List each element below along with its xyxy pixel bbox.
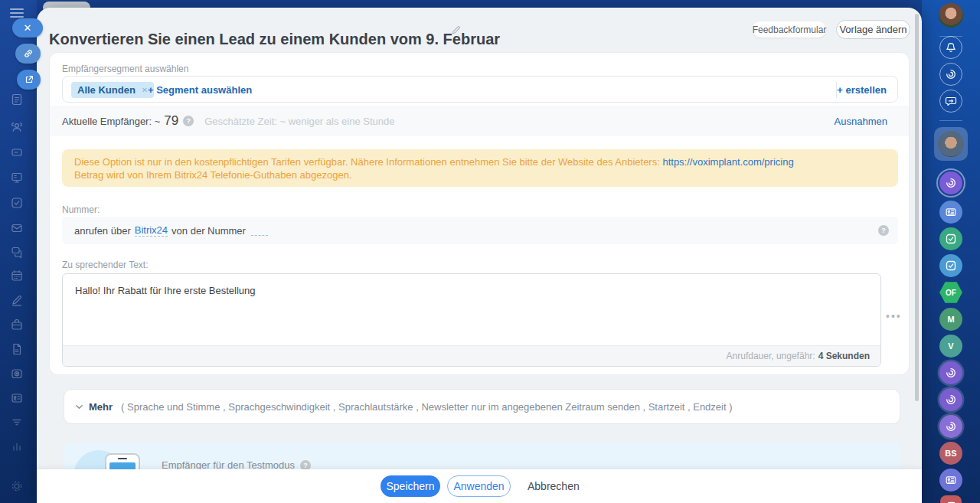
voximplant-chat-selected[interactable]	[939, 171, 962, 194]
badge-bs[interactable]: BS	[939, 442, 962, 465]
contact-card-icon	[945, 474, 957, 486]
call-number-row: anrufen über Bitrix24 von der Nummer ?	[62, 217, 898, 244]
help-icon[interactable]: ?	[878, 225, 889, 236]
tasks-chat-blue[interactable]	[939, 254, 962, 277]
help-icon[interactable]: ?	[183, 116, 194, 126]
voximplant-chat[interactable]	[939, 361, 962, 384]
pen-icon[interactable]	[10, 293, 24, 307]
number-placeholder-field[interactable]	[251, 225, 268, 236]
app-window: ✕ Konvertieren Sie einen Lead zu einem K…	[0, 0, 980, 503]
spiral-icon	[945, 394, 957, 406]
segment-picker: Alle Kunden ✕ + Segment auswählen + erst…	[62, 76, 898, 103]
badge-v[interactable]: V	[939, 335, 962, 358]
user-avatar	[938, 131, 964, 157]
telephony-button[interactable]	[939, 63, 962, 86]
editor-more-menu-icon[interactable]: •••	[886, 310, 902, 322]
contact-card-icon	[945, 206, 957, 218]
mail-icon[interactable]	[10, 221, 24, 235]
bar-chart-icon[interactable]	[10, 439, 24, 453]
campaign-slider-panel: Konvertieren Sie einen Lead zu einem Kun…	[37, 8, 922, 503]
more-options-inline-links[interactable]: ( Sprache und Stimme , Sprachgeschwindig…	[121, 401, 732, 413]
change-template-button[interactable]: Vorlage ändern	[836, 20, 910, 39]
current-recipients-label: Aktuelle Empfänger: ~	[62, 116, 160, 127]
check-square-icon	[945, 233, 957, 245]
speech-text-label: Zu sprechender Text:	[62, 260, 149, 270]
check-square-icon	[945, 260, 957, 272]
vertical-scrollbar[interactable]	[915, 14, 919, 401]
voximplant-pricing-link[interactable]: https://voximplant.com/pricing	[662, 156, 793, 168]
number-label: Nummer:	[62, 204, 100, 215]
gear-icon[interactable]	[10, 479, 24, 493]
active-user-chat[interactable]	[934, 127, 968, 161]
divider	[939, 120, 962, 121]
external-link-icon	[24, 74, 34, 85]
call-duration-bar: Anrufdauer, ungefähr: 4 Sekunden	[63, 345, 880, 366]
close-icon: ✕	[24, 22, 32, 34]
save-button[interactable]: Speichern	[381, 475, 440, 497]
bell-icon	[945, 41, 957, 54]
briefcase-icon[interactable]	[10, 318, 24, 332]
badge-of[interactable]: OF	[939, 281, 962, 304]
edit-title-pencil-icon[interactable]	[451, 24, 462, 35]
add-segment-link[interactable]: + Segment auswählen	[148, 84, 252, 96]
recipients-count: 79	[164, 113, 178, 129]
close-slider-button[interactable]: ✕	[12, 18, 43, 38]
messenger-button[interactable]	[939, 90, 962, 113]
check-square-icon[interactable]	[10, 196, 24, 210]
page-icon[interactable]	[10, 342, 24, 356]
check-square-icon	[946, 501, 957, 503]
link-icon	[23, 48, 34, 59]
speech-text-input[interactable]: Hallo! Ihr Rabatt für Ihre erste Bestell…	[63, 274, 880, 346]
segment-label: Empfängersegment auswählen	[62, 64, 188, 74]
spiral-icon	[945, 68, 957, 80]
tasks-chat-green[interactable]	[939, 227, 962, 250]
voximplant-chat[interactable]	[939, 388, 962, 411]
calendar-icon[interactable]	[10, 269, 24, 283]
chats-icon[interactable]	[10, 245, 24, 259]
page-title: Konvertieren Sie einen Lead zu einem Kun…	[49, 31, 500, 48]
segment-tag-alle-kunden[interactable]: Alle Kunden ✕	[71, 82, 154, 98]
hamburger-menu-icon[interactable]	[10, 8, 24, 18]
camera-icon[interactable]	[10, 367, 24, 381]
campaign-settings-card: Empfängersegment auswählen Alle Kunden ✕…	[49, 52, 910, 375]
estimated-time-label: Geschätzte Zeit: ~ weniger als eine Stun…	[204, 116, 394, 127]
users-icon[interactable]	[10, 120, 24, 134]
create-segment-link[interactable]: + erstellen	[837, 84, 887, 96]
apply-button[interactable]: Anwenden	[447, 475, 511, 497]
presentation-screen-icon[interactable]	[10, 171, 24, 185]
id-card-icon[interactable]	[10, 391, 24, 405]
speech-text-editor: Hallo! Ihr Rabatt für Ihre erste Bestell…	[62, 273, 881, 367]
spiral-icon	[945, 177, 957, 189]
badge-m[interactable]: M	[939, 308, 962, 331]
feedback-form-button[interactable]: Feedbackformular	[753, 21, 826, 38]
chevron-down-icon[interactable]	[75, 403, 83, 411]
tasks-chat-red[interactable]	[940, 495, 962, 503]
funnel-icon[interactable]	[10, 415, 24, 429]
right-sidebar: OF M V BS	[922, 0, 980, 503]
copy-link-button[interactable]	[15, 44, 41, 64]
spiral-icon	[945, 367, 957, 379]
profile-avatar[interactable]	[939, 3, 963, 28]
more-toggle[interactable]: Mehr	[89, 401, 113, 413]
voximplant-chat[interactable]	[939, 415, 962, 438]
paid-plan-notice: Diese Option ist nur in den kostenpflich…	[62, 149, 898, 187]
open-in-new-window-button[interactable]	[17, 70, 41, 90]
chat-transfer-icon	[945, 95, 957, 107]
contacts-chat[interactable]	[939, 201, 962, 224]
document-icon[interactable]	[10, 93, 24, 106]
contacts-chat-purple[interactable]	[939, 469, 962, 492]
call-duration-value: 4 Sekunden	[818, 351, 870, 361]
more-options-box: Mehr ( Sprache und Stimme , Sprachgeschw…	[64, 389, 900, 424]
cancel-button[interactable]: Abbrechen	[528, 480, 580, 492]
slider-footer: Speichern Anwenden Abbrechen	[37, 469, 922, 503]
remove-tag-icon[interactable]: ✕	[142, 86, 148, 94]
recipients-row: Aktuelle Empfänger: ~ 79 ? Geschätzte Ze…	[50, 106, 909, 136]
notifications-button[interactable]	[939, 36, 962, 59]
spiral-icon	[945, 420, 957, 433]
card-reader-icon[interactable]	[10, 145, 24, 159]
provider-link[interactable]: Bitrix24	[135, 224, 168, 237]
exceptions-link[interactable]: Ausnahmen	[835, 116, 887, 127]
